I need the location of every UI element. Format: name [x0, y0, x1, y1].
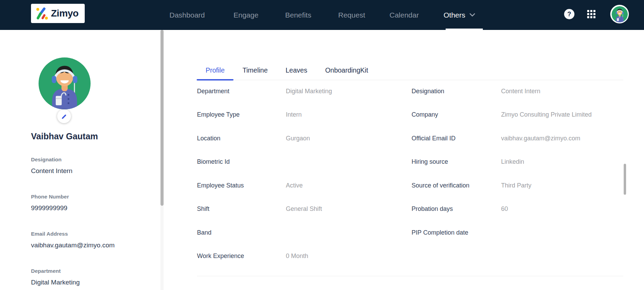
field-value: Third Party	[501, 182, 623, 189]
info-label: Department	[31, 268, 148, 274]
field-label: Department	[197, 88, 286, 95]
info-item-phone: Phone Number 9999999999	[31, 194, 148, 231]
field-label: Location	[197, 135, 286, 142]
field-row: Band PIP Completion date	[197, 221, 623, 245]
edit-avatar-button[interactable]	[57, 109, 71, 123]
nav-item-calendar[interactable]: Calendar	[389, 0, 419, 30]
field-value: Digital Marketing	[286, 88, 412, 95]
field-label: Employee Type	[197, 111, 286, 118]
user-avatar[interactable]	[610, 5, 629, 23]
info-label: Email Address	[31, 231, 148, 237]
nav-item-others-label: Others	[444, 0, 465, 30]
zimyo-logo-icon	[35, 7, 49, 20]
field-row: Department Digital Marketing Designation…	[197, 79, 623, 103]
field-value: 60	[501, 205, 623, 213]
field-row: Location Gurgaon Official Email ID vaibh…	[197, 127, 623, 150]
field-label: Work Experience	[197, 253, 286, 260]
help-glyph: ?	[568, 11, 571, 18]
field-row: Shift General Shift Probation days 60	[197, 197, 623, 221]
chevron-down-icon	[469, 13, 475, 17]
info-item-department: Department Digital Marketing	[31, 268, 148, 290]
field-label: Designation	[412, 88, 501, 95]
employee-name: Vaibhav Gautam	[31, 131, 98, 141]
field-value: Active	[286, 182, 412, 189]
info-value: 9999999999	[31, 204, 148, 212]
nav-item-others[interactable]: Others	[444, 0, 475, 30]
field-label: Biometric Id	[197, 158, 286, 165]
profile-avatar	[39, 57, 91, 109]
info-item-email: Email Address vaibhav.gautam@zimyo.com	[31, 231, 148, 268]
field-value: 0 Month	[286, 253, 412, 260]
field-label: Hiring source	[412, 158, 501, 165]
field-row: Employee Status Active Source of verific…	[197, 174, 623, 197]
field-row: Biometric Id Hiring source Linkedin	[197, 150, 623, 174]
nav-item-benefits[interactable]: Benefits	[285, 0, 311, 30]
field-label: Company	[412, 111, 501, 118]
top-navbar: Zimyo Dashboard Engage Benefits Request …	[0, 0, 644, 30]
info-value: Digital Marketing	[31, 279, 148, 286]
profile-tabbar: Profile Timeline Leaves OnboardingKit	[197, 60, 623, 80]
info-label: Designation	[31, 157, 148, 163]
field-label: Probation days	[412, 205, 501, 213]
field-label: Band	[197, 229, 286, 236]
field-row: Work Experience 0 Month	[197, 245, 623, 268]
nav-item-engage[interactable]: Engage	[233, 0, 258, 30]
info-label: Phone Number	[31, 194, 148, 200]
help-icon[interactable]: ?	[564, 9, 574, 19]
employee-info-list: Designation Content Intern Phone Number …	[31, 157, 148, 290]
info-value: Content Intern	[31, 167, 148, 175]
nav-item-request[interactable]: Request	[338, 0, 365, 30]
field-label: Employee Status	[197, 182, 286, 189]
field-value: General Shift	[286, 205, 412, 213]
employee-sidebar: Vaibhav Gautam Designation Content Inter…	[0, 30, 164, 290]
field-value: Zimyo Consulting Private Limited	[501, 111, 623, 118]
tab-profile[interactable]: Profile	[197, 60, 233, 80]
field-value: Linkedin	[501, 158, 623, 165]
field-value: Intern	[286, 111, 412, 118]
info-item-designation: Designation Content Intern	[31, 157, 148, 194]
main-scrollbar[interactable]	[624, 164, 626, 195]
tab-timeline[interactable]: Timeline	[233, 60, 277, 80]
profile-fields: Department Digital Marketing Designation…	[197, 79, 623, 268]
nav-item-dashboard[interactable]: Dashboard	[169, 0, 205, 30]
info-value: vaibhav.gautam@zimyo.com	[31, 241, 148, 249]
user-avatar-image	[612, 6, 628, 22]
profile-panel: Profile Timeline Leaves OnboardingKit De…	[164, 30, 644, 290]
field-label: Shift	[197, 205, 286, 213]
brand-name: Zimyo	[51, 8, 79, 19]
field-label: Source of verification	[412, 182, 501, 189]
tab-onboardingkit[interactable]: OnboardingKit	[316, 60, 377, 80]
field-value: Content Intern	[501, 88, 623, 95]
tab-leaves[interactable]: Leaves	[277, 60, 316, 80]
zimyo-logo[interactable]: Zimyo	[31, 4, 85, 23]
field-label: Official Email ID	[412, 135, 501, 142]
sidebar-scrollbar[interactable]	[160, 30, 164, 206]
apps-grid-icon[interactable]	[587, 10, 596, 19]
field-value: Gurgaon	[286, 135, 412, 142]
field-value: vaibhav.gautam@zimyo.com	[501, 135, 623, 142]
section-divider	[197, 276, 623, 276]
field-label: PIP Completion date	[412, 229, 501, 236]
field-row: Employee Type Intern Company Zimyo Consu…	[197, 103, 623, 127]
edit-pencil-icon	[61, 113, 67, 120]
